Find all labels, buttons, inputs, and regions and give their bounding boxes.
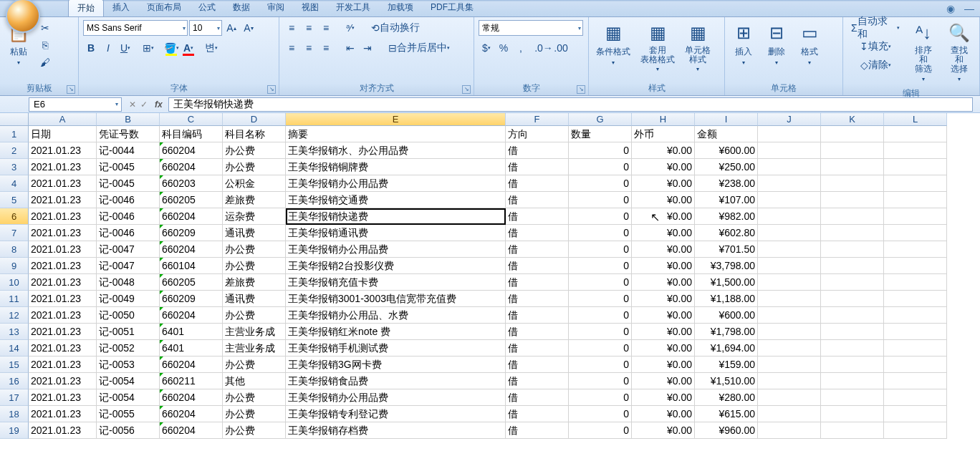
cell-A19[interactable]: 2021.01.23: [29, 422, 97, 439]
cell-D1[interactable]: 科目名称: [223, 126, 286, 142]
name-box[interactable]: E6▾: [29, 97, 122, 112]
cell-G2[interactable]: 0: [569, 142, 632, 159]
cell-J3[interactable]: [758, 159, 821, 175]
cell-A6[interactable]: 2021.01.23: [29, 208, 97, 225]
cell-I14[interactable]: ¥1,694.00: [695, 340, 758, 357]
cell-L6[interactable]: [884, 208, 947, 225]
cell-I2[interactable]: ¥600.00: [695, 142, 758, 159]
cell-A8[interactable]: 2021.01.23: [29, 241, 97, 258]
cell-D9[interactable]: 办公费: [223, 258, 286, 274]
border-button[interactable]: ⊞▾: [140, 40, 156, 56]
row-header-10[interactable]: 10: [0, 274, 29, 291]
cell-A3[interactable]: 2021.01.23: [29, 159, 97, 175]
minimize-ribbon-icon[interactable]: —: [963, 3, 976, 14]
cell-G19[interactable]: 0: [569, 422, 632, 439]
cell-D16[interactable]: 其他: [223, 373, 286, 389]
column-header-J[interactable]: J: [758, 113, 821, 126]
cell-B12[interactable]: 记-0050: [97, 307, 160, 324]
bold-button[interactable]: B: [83, 40, 99, 56]
cell-A11[interactable]: 2021.01.23: [29, 291, 97, 307]
column-header-A[interactable]: A: [29, 113, 97, 126]
cell-L15[interactable]: [884, 357, 947, 373]
column-header-K[interactable]: K: [821, 113, 884, 126]
cell-K15[interactable]: [821, 357, 884, 373]
row-header-3[interactable]: 3: [0, 159, 29, 175]
cell-A5[interactable]: 2021.01.23: [29, 192, 97, 208]
cell-A4[interactable]: 2021.01.23: [29, 175, 97, 192]
cell-I15[interactable]: ¥159.00: [695, 357, 758, 373]
cell-J18[interactable]: [758, 406, 821, 422]
cell-I18[interactable]: ¥615.00: [695, 406, 758, 422]
cell-C2[interactable]: 660204: [160, 142, 223, 159]
cell-C5[interactable]: 660205: [160, 192, 223, 208]
cell-K10[interactable]: [821, 274, 884, 291]
cell-L16[interactable]: [884, 373, 947, 389]
cell-C14[interactable]: 6401: [160, 340, 223, 357]
row-header-7[interactable]: 7: [0, 225, 29, 241]
cell-J19[interactable]: [758, 422, 821, 439]
cell-F17[interactable]: 借: [506, 389, 569, 406]
align-middle-button[interactable]: ≡: [301, 20, 317, 36]
cell-D10[interactable]: 差旅费: [223, 274, 286, 291]
number-launcher[interactable]: ↘: [577, 85, 585, 94]
cell-I13[interactable]: ¥1,798.00: [695, 324, 758, 340]
cell-A14[interactable]: 2021.01.23: [29, 340, 97, 357]
cell-I1[interactable]: 金额: [695, 126, 758, 142]
cell-E13[interactable]: 王美华报销红米note 费: [286, 324, 506, 340]
cell-B6[interactable]: 记-0046: [97, 208, 160, 225]
font-size-combo[interactable]: 10▾: [189, 20, 222, 36]
row-header-9[interactable]: 9: [0, 258, 29, 274]
cell-C11[interactable]: 660209: [160, 291, 223, 307]
cell-J2[interactable]: [758, 142, 821, 159]
cell-L19[interactable]: [884, 422, 947, 439]
cell-G6[interactable]: 0: [569, 208, 632, 225]
cell-J5[interactable]: [758, 192, 821, 208]
cell-H18[interactable]: ¥0.00: [632, 406, 695, 422]
cell-H15[interactable]: ¥0.00: [632, 357, 695, 373]
percent-button[interactable]: %: [496, 40, 511, 56]
cell-I17[interactable]: ¥280.00: [695, 389, 758, 406]
cell-I3[interactable]: ¥250.00: [695, 159, 758, 175]
row-header-8[interactable]: 8: [0, 241, 29, 258]
cell-E10[interactable]: 王美华报销充值卡费: [286, 274, 506, 291]
cell-L18[interactable]: [884, 406, 947, 422]
tab-审阅[interactable]: 审阅: [259, 0, 293, 16]
cell-E18[interactable]: 王美华报销专利登记费: [286, 406, 506, 422]
tab-开始[interactable]: 开始: [68, 0, 104, 16]
cell-D13[interactable]: 主营业务成: [223, 324, 286, 340]
cell-B15[interactable]: 记-0053: [97, 357, 160, 373]
cell-I7[interactable]: ¥602.80: [695, 225, 758, 241]
cell-A12[interactable]: 2021.01.23: [29, 307, 97, 324]
cell-G5[interactable]: 0: [569, 192, 632, 208]
cell-K11[interactable]: [821, 291, 884, 307]
font-name-combo[interactable]: MS Sans Serif▾: [83, 20, 188, 36]
cell-K2[interactable]: [821, 142, 884, 159]
cell-F11[interactable]: 借: [506, 291, 569, 307]
cell-K8[interactable]: [821, 241, 884, 258]
cell-I6[interactable]: ¥982.00: [695, 208, 758, 225]
cell-L7[interactable]: [884, 225, 947, 241]
cell-E7[interactable]: 王美华报销通讯费: [286, 225, 506, 241]
cell-B17[interactable]: 记-0054: [97, 389, 160, 406]
row-header-12[interactable]: 12: [0, 307, 29, 324]
cell-D8[interactable]: 办公费: [223, 241, 286, 258]
tab-公式[interactable]: 公式: [190, 0, 224, 16]
cell-I5[interactable]: ¥107.00: [695, 192, 758, 208]
cell-C7[interactable]: 660209: [160, 225, 223, 241]
cell-H9[interactable]: ¥0.00: [632, 258, 695, 274]
cell-J16[interactable]: [758, 373, 821, 389]
cell-D15[interactable]: 办公费: [223, 357, 286, 373]
font-color-button[interactable]: A▾: [181, 40, 196, 56]
cell-E19[interactable]: 王美华报销存档费: [286, 422, 506, 439]
cell-F3[interactable]: 借: [506, 159, 569, 175]
cell-K1[interactable]: [821, 126, 884, 142]
row-header-6[interactable]: 6: [0, 208, 29, 225]
conditional-format-button[interactable]: ▦条件格式▾: [593, 20, 633, 67]
decrease-font-button[interactable]: A▾: [241, 20, 256, 36]
cell-F19[interactable]: 借: [506, 422, 569, 439]
cell-F14[interactable]: 借: [506, 340, 569, 357]
find-select-button[interactable]: 🔍查找和 选择▾: [943, 20, 975, 84]
cell-A2[interactable]: 2021.01.23: [29, 142, 97, 159]
cell-A17[interactable]: 2021.01.23: [29, 389, 97, 406]
cell-B19[interactable]: 记-0056: [97, 422, 160, 439]
